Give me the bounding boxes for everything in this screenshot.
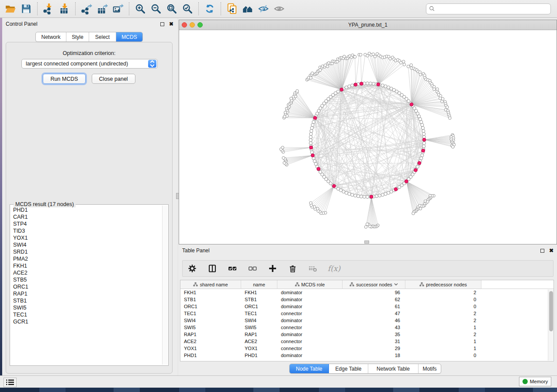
cell-shared-name[interactable]: ACE2 [180, 338, 241, 345]
cell-shared-name[interactable]: FKH1 [180, 289, 241, 296]
cell-predecessor-nodes[interactable]: 0 [405, 303, 481, 310]
cell-successor-nodes[interactable]: 29 [343, 345, 405, 352]
open-folder-button[interactable] [3, 1, 18, 16]
mcds-result-item[interactable]: SWI5 [11, 304, 162, 311]
cell-MCDS-role[interactable]: connector [277, 345, 343, 352]
table-row[interactable]: ORC1ORC1dominator610 [180, 303, 554, 310]
close-panel-button[interactable]: Close panel [92, 74, 135, 84]
cell-name[interactable]: FKH1 [241, 289, 277, 296]
cell-shared-name[interactable]: RAP1 [180, 331, 241, 338]
zoom-out-button[interactable] [148, 1, 164, 16]
cell-MCDS-role[interactable]: dominator [277, 296, 343, 303]
cell-name[interactable]: TEC1 [241, 310, 277, 317]
cell-predecessor-nodes[interactable]: 0 [405, 296, 481, 303]
cell-MCDS-role[interactable]: dominator [277, 331, 343, 338]
mcds-result-item[interactable]: ORC1 [11, 283, 162, 290]
cell-name[interactable]: RAP1 [241, 331, 277, 338]
cell-name[interactable]: PHD1 [241, 352, 277, 359]
zoom-in-button[interactable] [132, 1, 148, 16]
search-box[interactable] [426, 3, 551, 14]
column-header-shared-name[interactable]: shared name [180, 280, 241, 289]
table-row[interactable]: SWI4SWI4dominator462 [180, 317, 554, 324]
mcds-result-item[interactable]: TEC1 [11, 311, 162, 318]
cell-shared-name[interactable]: STB1 [180, 296, 241, 303]
column-header-name[interactable]: name [241, 280, 277, 289]
cell-shared-name[interactable]: ORC1 [180, 303, 241, 310]
import-network-button[interactable] [41, 1, 56, 16]
cell-shared-name[interactable]: SWI5 [180, 324, 241, 331]
cell-MCDS-role[interactable]: connector [277, 310, 343, 317]
cell-name[interactable]: STB1 [241, 296, 277, 303]
cell-successor-nodes[interactable]: 47 [343, 310, 405, 317]
cell-shared-name[interactable]: PHD1 [180, 352, 241, 359]
mcds-result-item[interactable]: ACE2 [11, 269, 162, 276]
network-overview-button[interactable] [240, 1, 256, 16]
criterion-dropdown[interactable]: largest connected component (undirected) [21, 59, 158, 69]
cell-predecessor-nodes[interactable]: 2 [405, 331, 481, 338]
task-history-button[interactable] [3, 378, 17, 387]
mcds-result-item[interactable]: STB1 [11, 297, 162, 304]
new-network-from-selection-button[interactable] [224, 1, 240, 16]
tab-style[interactable]: Style [66, 32, 89, 41]
table-row[interactable]: ACE2ACE2connector311 [180, 338, 554, 345]
network-window-titlebar[interactable]: YPA_prune.txt_1 [179, 20, 557, 30]
table-scrollbar-thumb[interactable] [549, 291, 553, 331]
tab-node-table[interactable]: Node Table [290, 364, 329, 373]
run-mcds-button[interactable]: Run MCDS [43, 74, 85, 84]
table-row[interactable]: YOX1YOX1connector291 [180, 345, 554, 352]
column-header-MCDS-role[interactable]: MCDS role [277, 280, 343, 289]
table-row[interactable]: TEC1TEC1connector472 [180, 310, 554, 317]
mcds-result-item[interactable]: TID3 [11, 227, 162, 234]
mcds-result-item[interactable]: GCR1 [11, 318, 162, 325]
tab-network[interactable]: Network [36, 32, 66, 41]
select-all-button[interactable] [227, 263, 238, 274]
tab-edge-table[interactable]: Edge Table [329, 364, 368, 373]
hide-selected-button[interactable] [256, 1, 271, 16]
memory-button[interactable]: Memory [519, 377, 551, 386]
cell-MCDS-role[interactable]: dominator [277, 352, 343, 359]
node-table[interactable]: shared namenameMCDS rolesuccessor nodesp… [180, 280, 554, 361]
cell-successor-nodes[interactable]: 61 [343, 303, 405, 310]
cell-MCDS-role[interactable]: dominator [277, 289, 343, 296]
show-hidden-button[interactable] [271, 1, 287, 16]
export-network-button[interactable] [79, 1, 94, 16]
mcds-list-scrollbar[interactable] [162, 206, 167, 364]
tab-mcds[interactable]: MCDS [116, 32, 142, 41]
mcds-result-item[interactable]: STP4 [11, 220, 162, 227]
cell-predecessor-nodes[interactable]: 1 [405, 338, 481, 345]
mcds-result-item[interactable]: SWI4 [11, 241, 162, 248]
mcds-result-item[interactable]: PHD1 [11, 206, 162, 213]
cell-name[interactable]: ORC1 [241, 303, 277, 310]
cell-MCDS-role[interactable]: dominator [277, 317, 343, 324]
mcds-result-item[interactable]: RAP1 [11, 290, 162, 297]
deselect-all-button[interactable] [247, 263, 258, 274]
table-row[interactable]: STB1STB1dominator620 [180, 296, 554, 303]
mcds-result-item[interactable]: PMA2 [11, 255, 162, 262]
mcds-result-item[interactable]: STB5 [11, 276, 162, 283]
settings-button[interactable] [187, 263, 197, 274]
cell-successor-nodes[interactable]: 18 [343, 352, 405, 359]
network-graph[interactable] [179, 30, 557, 244]
save-button[interactable] [18, 1, 34, 16]
cell-name[interactable]: SWI5 [241, 324, 277, 331]
cell-shared-name[interactable]: SWI4 [180, 317, 241, 324]
float-panel-icon[interactable] [160, 22, 164, 26]
table-row[interactable]: FKH1FKH1dominator962 [180, 289, 554, 296]
cell-MCDS-role[interactable]: dominator [277, 303, 343, 310]
mcds-result-item[interactable]: YOX1 [11, 234, 162, 241]
tab-select[interactable]: Select [89, 32, 116, 41]
cell-name[interactable]: ACE2 [241, 338, 277, 345]
table-row[interactable]: SWI5SWI5connector431 [180, 324, 554, 331]
column-header-successor-nodes[interactable]: successor nodes [343, 280, 405, 289]
cell-name[interactable]: YOX1 [241, 345, 277, 352]
table-scrollbar[interactable] [548, 289, 554, 361]
cell-successor-nodes[interactable]: 46 [343, 317, 405, 324]
columns-button[interactable] [207, 263, 218, 274]
refresh-button[interactable] [202, 1, 218, 16]
mcds-result-item[interactable]: SRD1 [11, 248, 162, 255]
tab-network-table[interactable]: Network Table [368, 364, 419, 373]
cell-MCDS-role[interactable]: connector [277, 324, 343, 331]
network-canvas[interactable] [179, 30, 557, 244]
close-panel-icon[interactable]: ✖ [549, 248, 554, 253]
tab-motifs[interactable]: Motifs [419, 364, 441, 373]
